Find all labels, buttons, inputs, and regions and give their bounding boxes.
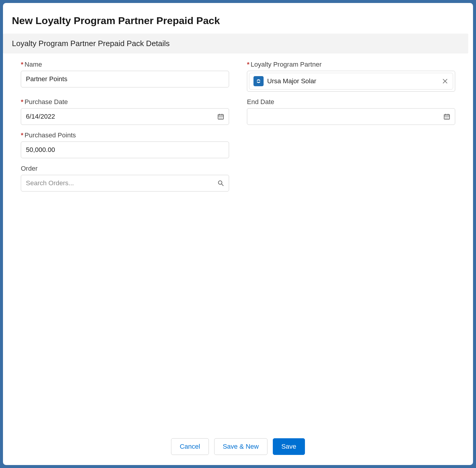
input-wrap-purchase-date	[21, 108, 229, 125]
input-wrap-purchased-points	[21, 142, 229, 158]
modal-title: New Loyalty Program Partner Prepaid Pack	[12, 15, 461, 26]
partner-icon	[253, 76, 264, 86]
svg-point-17	[447, 117, 447, 117]
partner-selected-label: Ursa Major Solar	[267, 77, 438, 85]
svg-point-10	[220, 118, 221, 119]
modal-dialog: New Loyalty Program Partner Prepaid Pack…	[3, 3, 473, 465]
input-wrap-order	[21, 175, 229, 191]
partner-pill: Ursa Major Solar	[249, 73, 453, 89]
svg-point-6	[219, 117, 220, 117]
label-purchased-points: Purchased Points	[21, 131, 229, 139]
calendar-icon[interactable]	[217, 113, 224, 120]
modal-header: New Loyalty Program Partner Prepaid Pack	[3, 3, 473, 34]
svg-point-21	[448, 118, 448, 119]
svg-point-20	[447, 118, 447, 119]
label-purchase-date: Purchase Date	[21, 98, 229, 106]
field-purchase-date: Purchase Date	[21, 98, 229, 125]
section-title: Loyalty Program Partner Prepaid Pack Det…	[12, 39, 459, 48]
svg-point-7	[220, 117, 221, 117]
input-wrap-end-date	[247, 108, 455, 125]
end-date-input[interactable]	[247, 108, 455, 125]
field-order: Order	[21, 165, 229, 191]
calendar-icon[interactable]	[443, 113, 450, 120]
label-end-date: End Date	[247, 98, 455, 106]
svg-point-16	[445, 117, 446, 117]
section-header: Loyalty Program Partner Prepaid Pack Det…	[3, 34, 468, 54]
modal-footer: Cancel Save & New Save	[3, 431, 473, 465]
partner-lookup[interactable]: Ursa Major Solar	[247, 71, 455, 92]
svg-point-8	[222, 117, 222, 117]
field-partner: Loyalty Program Partner Ursa Major Solar	[247, 61, 455, 92]
svg-point-19	[445, 118, 446, 119]
svg-point-9	[219, 118, 220, 119]
name-input[interactable]	[21, 71, 229, 87]
field-end-date: End Date	[247, 98, 455, 125]
field-purchased-points: Purchased Points	[21, 131, 229, 158]
label-partner: Loyalty Program Partner	[247, 61, 455, 68]
svg-point-18	[448, 117, 448, 117]
label-name: Name	[21, 61, 229, 68]
label-order: Order	[21, 165, 229, 172]
cancel-button[interactable]: Cancel	[171, 438, 209, 455]
purchased-points-input[interactable]	[21, 142, 229, 158]
form-area: Name Loyalty Program Partner Ursa Major …	[3, 54, 473, 431]
partner-remove-icon[interactable]	[441, 78, 449, 85]
save-and-new-button[interactable]: Save & New	[214, 438, 267, 455]
field-name: Name	[21, 61, 229, 92]
purchase-date-input[interactable]	[21, 108, 229, 125]
svg-point-11	[222, 118, 222, 119]
input-wrap-name	[21, 71, 229, 87]
order-search-input[interactable]	[21, 175, 229, 191]
save-button[interactable]: Save	[273, 438, 305, 455]
